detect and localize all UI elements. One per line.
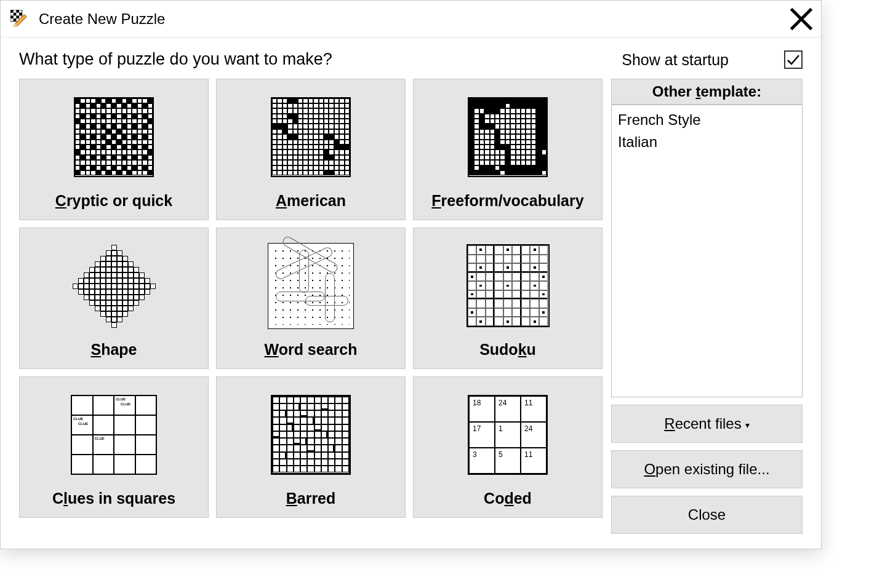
svg-rect-6 — [16, 15, 19, 18]
svg-rect-4 — [19, 12, 22, 15]
tile-american[interactable]: American — [216, 79, 406, 220]
template-item[interactable]: Italian — [617, 131, 797, 153]
shape-icon — [26, 234, 202, 337]
dialog-content: What type of puzzle do you want to make?… — [1, 38, 821, 549]
barred-icon — [223, 383, 399, 486]
freeform-icon — [420, 85, 596, 188]
close-button[interactable]: Close — [611, 496, 803, 534]
svg-rect-5 — [10, 15, 14, 18]
other-template-header: Other template: — [611, 79, 803, 105]
coded-icon: 182411171243511 — [420, 383, 596, 486]
svg-rect-1 — [10, 10, 14, 13]
tile-wordsearch[interactable]: Word search — [216, 228, 406, 369]
dialog-window: Create New Puzzle What type of puzzle do… — [0, 0, 822, 549]
open-existing-file-button[interactable]: Open existing file... — [611, 450, 803, 488]
app-icon — [10, 10, 29, 28]
tile-sudoku[interactable]: Sudoku — [413, 228, 603, 369]
wordsearch-icon — [223, 234, 399, 337]
prompt-text: What type of puzzle do you want to make? — [19, 50, 622, 69]
american-icon — [223, 85, 399, 188]
clues-in-squares-icon — [26, 383, 202, 486]
puzzle-type-grid: Cryptic or quick American Freeform/vocab… — [19, 79, 603, 534]
svg-rect-7 — [14, 18, 17, 22]
other-template-list[interactable]: French StyleItalian — [611, 105, 803, 397]
tile-coded[interactable]: 182411171243511 Coded — [413, 376, 603, 518]
show-at-startup-label: Show at startup — [622, 51, 729, 69]
sudoku-icon — [420, 234, 596, 337]
show-at-startup-checkbox[interactable] — [784, 50, 803, 69]
tile-shape[interactable]: Shape — [19, 228, 209, 369]
tile-barred[interactable]: Barred — [216, 376, 406, 518]
svg-rect-2 — [16, 10, 19, 13]
svg-rect-3 — [14, 12, 17, 15]
template-item[interactable]: French Style — [617, 109, 797, 131]
tile-clues-in-squares[interactable]: Clues in squares — [19, 376, 209, 518]
window-title: Create New Puzzle — [39, 10, 788, 28]
tile-cryptic[interactable]: Cryptic or quick — [19, 79, 209, 220]
side-panel: Other template: French StyleItalian Rece… — [611, 79, 803, 534]
cryptic-icon — [26, 85, 202, 188]
recent-files-button[interactable]: Recent files▾ — [611, 405, 803, 443]
tile-freeform[interactable]: Freeform/vocabulary — [413, 79, 603, 220]
close-icon[interactable] — [788, 7, 815, 31]
caret-down-icon: ▾ — [745, 420, 750, 430]
titlebar: Create New Puzzle — [1, 1, 821, 38]
